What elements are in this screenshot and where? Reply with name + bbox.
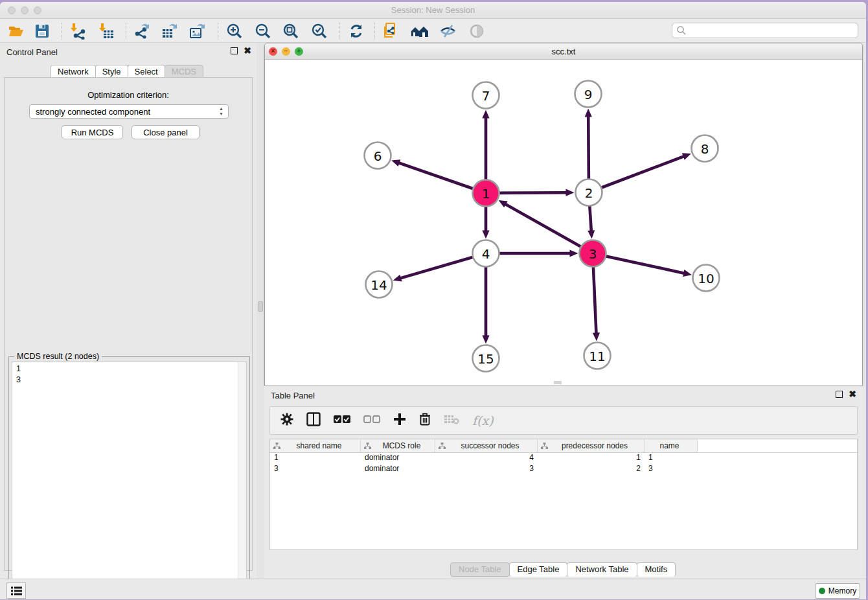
graph-node-label: 6 <box>374 148 382 164</box>
network-graph: 7968124314101511 <box>265 60 862 386</box>
first-neighbors-icon[interactable] <box>409 22 431 40</box>
table-cell[interactable]: dominator <box>361 453 435 464</box>
optimization-criterion-select[interactable]: strongly connected component ▲▼ <box>29 104 229 119</box>
memory-status-icon <box>819 588 825 594</box>
table-header-row: shared nameMCDS rolesuccessor nodesprede… <box>270 439 857 453</box>
graph-node-label: 7 <box>482 88 490 104</box>
mcds-panel: Optimization criterion: strongly connect… <box>4 77 253 571</box>
zoom-fit-icon[interactable] <box>280 22 302 40</box>
window-title: Session: New Session <box>0 5 866 15</box>
zoom-selected-icon[interactable] <box>308 22 330 40</box>
mcds-result-title: MCDS result (2 nodes) <box>14 352 102 361</box>
network-view-window: × − + scc.txt 7968124314101511 <box>264 43 863 386</box>
optimization-criterion-value: strongly connected component <box>36 107 150 117</box>
search-icon <box>676 25 687 36</box>
refresh-icon[interactable] <box>345 22 367 40</box>
network-canvas[interactable]: 7968124314101511 <box>265 60 862 386</box>
export-image-icon[interactable] <box>187 22 209 40</box>
edge-arrowhead <box>682 153 691 159</box>
hide-selected-icon[interactable] <box>437 22 459 40</box>
table-row[interactable]: 1dominator411 <box>270 453 857 464</box>
table-cell[interactable]: 3 <box>270 464 361 475</box>
export-table-icon[interactable] <box>159 22 181 40</box>
search-input[interactable] <box>687 23 858 38</box>
deselect-all-columns-icon[interactable] <box>363 415 380 426</box>
export-network-icon[interactable] <box>131 22 153 40</box>
edge-3-1[interactable] <box>505 203 593 253</box>
function-builder-icon[interactable]: f(x) <box>472 413 494 428</box>
control-panel-header: Control Panel ✖ <box>0 43 257 61</box>
tab-motifs[interactable]: Motifs <box>637 562 676 577</box>
network-window-title: scc.txt <box>265 47 862 56</box>
settings-gear-icon[interactable] <box>280 413 293 428</box>
sort-hierarchy-icon <box>541 443 548 450</box>
edge-arrowhead <box>482 110 489 119</box>
column-header-successor-nodes[interactable]: successor nodes <box>435 439 538 452</box>
edge-arrowhead <box>570 249 578 257</box>
close-panel-button[interactable]: Close panel <box>131 125 200 139</box>
table-cell[interactable]: 3 <box>645 464 698 475</box>
delete-table-icon[interactable] <box>444 414 459 427</box>
zoom-out-icon[interactable] <box>252 22 274 40</box>
column-header-predecessor-nodes[interactable]: predecessor nodes <box>538 439 645 452</box>
tab-network-table[interactable]: Network Table <box>567 562 637 577</box>
import-network-icon[interactable] <box>67 22 89 40</box>
edge-3-10[interactable] <box>593 253 685 273</box>
delete-column-icon[interactable] <box>419 413 431 428</box>
vertical-splitter[interactable] <box>257 43 264 579</box>
table-close-panel-icon[interactable]: ✖ <box>849 391 856 398</box>
result-scrollbar[interactable] <box>238 362 246 598</box>
sort-hierarchy-icon <box>364 443 371 450</box>
tab-edge-table[interactable]: Edge Table <box>509 562 568 577</box>
title-bar: Session: New Session <box>0 2 866 19</box>
table-cell[interactable]: 3 <box>435 464 538 475</box>
edge-arrowhead <box>585 108 592 117</box>
edge-arrowhead <box>593 332 600 341</box>
graph-node-label: 8 <box>701 141 709 157</box>
run-mcds-button[interactable]: Run MCDS <box>62 125 123 139</box>
table-cell[interactable]: 2 <box>538 464 645 475</box>
table-cell[interactable]: 4 <box>435 453 538 464</box>
node-table[interactable]: shared nameMCDS rolesuccessor nodesprede… <box>269 439 858 550</box>
zoom-in-icon[interactable] <box>223 22 246 40</box>
close-panel-icon[interactable]: ✖ <box>244 47 251 54</box>
split-view-icon[interactable] <box>306 412 321 429</box>
column-header-shared-name[interactable]: shared name <box>270 439 361 452</box>
table-cell[interactable]: dominator <box>361 464 435 475</box>
table-panel-tabs: Node TableEdge TableNetwork TableMotifs <box>450 562 675 577</box>
table-toolbar: f(x) <box>269 406 858 435</box>
table-cell[interactable]: 1 <box>538 453 645 464</box>
edge-arrowhead <box>482 336 489 344</box>
import-table-icon[interactable] <box>96 22 118 40</box>
save-session-icon[interactable] <box>31 22 53 40</box>
table-cell[interactable]: 1 <box>270 453 361 464</box>
graph-node-label: 4 <box>482 246 490 262</box>
select-all-columns-icon[interactable] <box>334 415 350 426</box>
open-session-icon[interactable] <box>5 22 27 40</box>
control-panel: Control Panel ✖ NetworkStyleSelectMCDS O… <box>0 43 257 579</box>
canvas-scrollbar-handle[interactable] <box>554 381 562 384</box>
add-column-icon[interactable] <box>393 413 406 428</box>
column-header-name[interactable]: name <box>645 439 698 452</box>
mcds-result-group: MCDS result (2 nodes) 13 <box>8 356 250 599</box>
graph-node-label: 9 <box>584 87 593 102</box>
table-row[interactable]: 3dominator323 <box>270 464 857 475</box>
sort-hierarchy-icon <box>273 443 280 450</box>
table-panel-title: Table Panel <box>271 391 315 400</box>
column-header-MCDS-role[interactable]: MCDS role <box>361 439 435 452</box>
mcds-result-line: 3 <box>16 375 246 386</box>
float-panel-icon[interactable] <box>231 47 238 54</box>
memory-button[interactable]: Memory <box>815 583 860 599</box>
edge-2-8[interactable] <box>589 156 685 192</box>
table-cell[interactable]: 1 <box>645 453 698 464</box>
network-from-selection-icon[interactable] <box>380 22 402 40</box>
select-stepper-icon: ▲▼ <box>219 106 223 117</box>
table-float-panel-icon[interactable] <box>836 391 843 398</box>
graph-node-label: 11 <box>589 349 605 364</box>
splitter-handle[interactable] <box>258 301 263 312</box>
task-history-button[interactable] <box>6 583 26 599</box>
edge-arrowhead <box>391 159 400 167</box>
tab-node-table[interactable]: Node Table <box>450 562 510 577</box>
show-hidden-icon[interactable] <box>466 22 488 40</box>
mcds-result-textarea[interactable]: 13 <box>12 362 247 599</box>
